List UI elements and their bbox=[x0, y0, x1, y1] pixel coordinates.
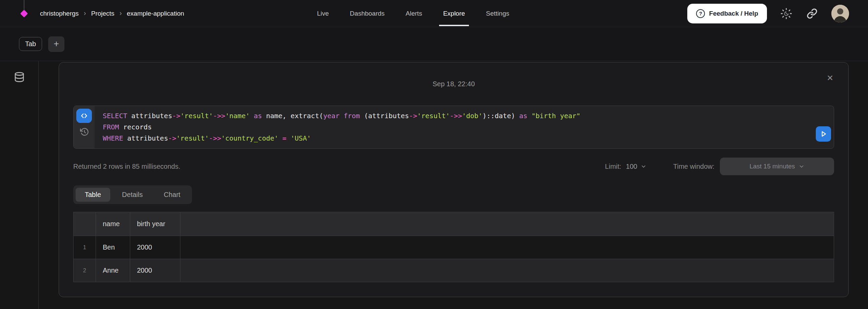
query-status-text: Returned 2 rows in 85 milliseconds. bbox=[73, 163, 180, 170]
table-cell bbox=[180, 259, 834, 282]
result-tabs-wrap: TableDetailsChart bbox=[73, 185, 834, 204]
query-history-icon[interactable] bbox=[77, 126, 91, 138]
sql-editor-code[interactable]: SELECT attributes->'result'->>'name' as … bbox=[95, 106, 834, 148]
breadcrumb-item[interactable]: example-application bbox=[127, 10, 184, 17]
logo-pin-line bbox=[24, 0, 24, 10]
breadcrumb-separator: › bbox=[84, 9, 86, 17]
result-tab-details[interactable]: Details bbox=[113, 188, 152, 202]
results-table: namebirth year 1Ben20002Anne2000 bbox=[73, 212, 834, 282]
code-line: WHERE attributes->'result'->>'country_co… bbox=[103, 133, 834, 144]
limit-label: Limit: bbox=[605, 163, 621, 170]
query-timestamp: Sep 18, 22:40 bbox=[433, 80, 475, 88]
close-card-icon[interactable]: ✕ bbox=[827, 74, 833, 82]
status-controls: Limit: 100 Time window: Last 15 minutes bbox=[605, 158, 834, 175]
main-area: Sep 18, 22:40 ✕ bbox=[0, 61, 868, 309]
table-cell: 2000 bbox=[130, 236, 180, 259]
results-table-head-row: namebirth year bbox=[74, 212, 834, 236]
feedback-help-label: Feedback / Help bbox=[709, 10, 758, 17]
table-row[interactable]: 1Ben2000 bbox=[74, 236, 834, 259]
limit-value: 100 bbox=[626, 163, 637, 170]
breadcrumb-separator: › bbox=[119, 9, 122, 17]
chevron-down-icon bbox=[798, 163, 805, 169]
time-window-label: Time window: bbox=[673, 163, 714, 170]
limit-dropdown[interactable]: 100 bbox=[626, 163, 647, 170]
feedback-help-button[interactable]: ? Feedback / Help bbox=[687, 4, 767, 23]
query-tab[interactable]: Tab bbox=[19, 37, 42, 51]
user-avatar[interactable] bbox=[831, 5, 849, 22]
time-window-dropdown[interactable]: Last 15 minutes bbox=[720, 158, 834, 175]
results-table-body: 1Ben20002Anne2000 bbox=[74, 236, 834, 282]
chevron-down-icon bbox=[640, 163, 647, 169]
help-circle-icon: ? bbox=[696, 9, 705, 18]
table-cell: 2000 bbox=[130, 259, 180, 282]
breadcrumb-item[interactable]: Projects bbox=[91, 10, 115, 17]
nav-item-live[interactable]: Live bbox=[317, 10, 329, 17]
add-tab-button[interactable]: + bbox=[48, 36, 64, 52]
result-tab-chart[interactable]: Chart bbox=[155, 188, 190, 202]
table-cell bbox=[180, 236, 834, 259]
result-tabs: TableDetailsChart bbox=[73, 185, 192, 204]
run-query-button[interactable] bbox=[816, 126, 831, 142]
share-link-icon[interactable] bbox=[806, 7, 818, 20]
logo-diamond-icon bbox=[20, 10, 28, 17]
column-header-name: name bbox=[96, 212, 130, 236]
topbar-right-cluster: ? Feedback / Help bbox=[687, 4, 849, 23]
time-window-value: Last 15 minutes bbox=[749, 163, 795, 170]
table-cell: Anne bbox=[96, 259, 130, 282]
status-row: Returned 2 rows in 85 milliseconds. Limi… bbox=[73, 158, 834, 175]
card-header: Sep 18, 22:40 ✕ bbox=[59, 62, 848, 106]
table-row[interactable]: 2Anne2000 bbox=[74, 259, 834, 282]
code-mode-button[interactable] bbox=[76, 109, 92, 123]
code-line: FROM records bbox=[103, 122, 834, 133]
column-header-birth-year: birth year bbox=[130, 212, 180, 236]
breadcrumb: christophergs›Projects›example-applicati… bbox=[40, 10, 184, 17]
nav-item-settings[interactable]: Settings bbox=[486, 10, 509, 17]
row-number: 2 bbox=[74, 259, 96, 282]
row-number: 1 bbox=[74, 236, 96, 259]
table-cell: Ben bbox=[96, 236, 130, 259]
query-result-card: Sep 18, 22:40 ✕ bbox=[59, 62, 849, 297]
content-area: Sep 18, 22:40 ✕ bbox=[39, 61, 868, 309]
app-logo[interactable] bbox=[20, 10, 28, 17]
nav-item-dashboards[interactable]: Dashboards bbox=[350, 10, 384, 17]
query-tab-bar: Tab + bbox=[0, 27, 868, 61]
column-header bbox=[180, 212, 834, 236]
nav-item-explore[interactable]: Explore bbox=[443, 10, 465, 17]
left-sidebar bbox=[0, 61, 39, 309]
top-navigation-bar: christophergs›Projects›example-applicati… bbox=[0, 0, 868, 27]
nav-item-alerts[interactable]: Alerts bbox=[406, 10, 422, 17]
database-icon[interactable] bbox=[13, 71, 26, 84]
code-line: SELECT attributes->'result'->>'name' as … bbox=[103, 110, 834, 122]
breadcrumb-item[interactable]: christophergs bbox=[40, 10, 79, 17]
theme-toggle-icon[interactable] bbox=[780, 7, 793, 20]
sql-editor: SELECT attributes->'result'->>'name' as … bbox=[73, 106, 834, 149]
column-header bbox=[74, 212, 96, 236]
primary-nav: LiveDashboardsAlertsExploreSettings bbox=[317, 0, 509, 27]
result-tab-table[interactable]: Table bbox=[76, 188, 110, 202]
sql-editor-gutter bbox=[74, 106, 95, 148]
